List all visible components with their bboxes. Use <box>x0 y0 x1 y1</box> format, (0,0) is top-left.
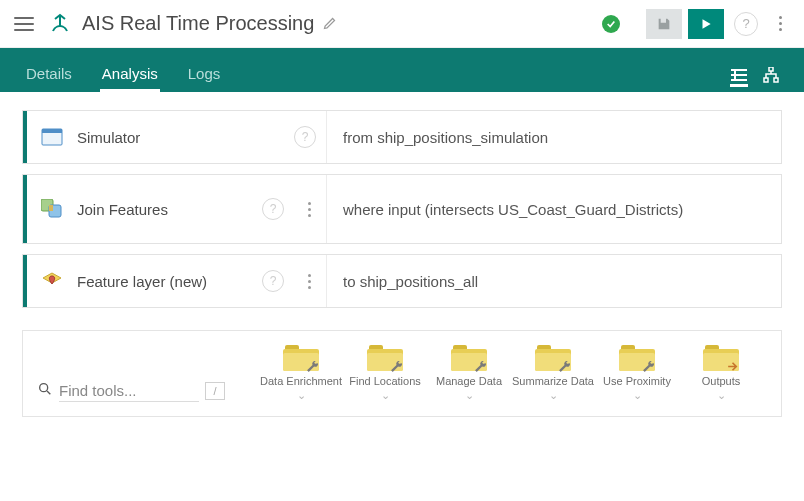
chevron-down-icon: ⌄ <box>297 389 306 402</box>
step-overflow-icon[interactable] <box>302 202 316 217</box>
wrench-icon <box>641 359 655 373</box>
shortcut-hint: / <box>205 382 225 400</box>
category-label: Summarize Data <box>512 375 594 388</box>
category-label: Find Locations <box>349 375 421 388</box>
svg-rect-1 <box>764 78 768 82</box>
svg-rect-2 <box>774 78 778 82</box>
step-left[interactable]: Join Features ? <box>27 175 327 243</box>
wrench-icon <box>557 359 571 373</box>
chevron-down-icon: ⌄ <box>633 389 642 402</box>
category-outputs[interactable]: Outputs ⌄ <box>679 345 763 402</box>
app-header: AIS Real Time Processing ? <box>0 0 804 48</box>
step-detail: from ship_positions_simulation <box>327 111 781 163</box>
step-left[interactable]: Simulator ? <box>27 111 327 163</box>
step-detail: to ship_positions_all <box>327 255 781 307</box>
app-logo-icon <box>48 12 72 36</box>
step-help-icon[interactable]: ? <box>262 198 284 220</box>
search-icon <box>37 381 53 401</box>
analysis-body: Simulator ? from ship_positions_simulati… <box>0 92 804 417</box>
wrench-icon <box>305 359 319 373</box>
hamburger-menu-icon[interactable] <box>14 17 34 31</box>
chevron-down-icon: ⌄ <box>717 389 726 402</box>
category-use-proximity[interactable]: Use Proximity ⌄ <box>595 345 679 402</box>
view-toggle <box>730 66 780 92</box>
join-features-icon <box>41 198 63 220</box>
svg-rect-7 <box>49 205 53 211</box>
tab-logs[interactable]: Logs <box>186 65 223 92</box>
category-manage-data[interactable]: Manage Data ⌄ <box>427 345 511 402</box>
simulator-icon <box>41 126 63 148</box>
header-help-icon[interactable]: ? <box>734 12 758 36</box>
step-left[interactable]: Feature layer (new) ? <box>27 255 327 307</box>
category-label: Data Enrichment <box>260 375 342 388</box>
tool-tray: / Data Enrichment ⌄ Find Locations ⌄ Man… <box>22 330 782 417</box>
category-label: Manage Data <box>436 375 502 388</box>
graph-view-icon[interactable] <box>762 66 780 84</box>
svg-point-8 <box>40 383 48 391</box>
list-view-icon[interactable] <box>730 69 748 87</box>
step-overflow-icon[interactable] <box>302 274 316 289</box>
wrench-icon <box>473 359 487 373</box>
find-tools-input[interactable] <box>59 380 199 402</box>
step-row: Feature layer (new) ? to ship_positions_… <box>22 254 782 308</box>
tab-details[interactable]: Details <box>24 65 74 92</box>
tab-analysis[interactable]: Analysis <box>100 65 160 92</box>
step-name: Join Features <box>77 201 248 218</box>
category-find-locations[interactable]: Find Locations ⌄ <box>343 345 427 402</box>
wrench-icon <box>389 359 403 373</box>
status-ok-icon <box>602 15 620 33</box>
header-overflow-icon[interactable] <box>770 16 790 31</box>
page-title: AIS Real Time Processing <box>82 12 314 35</box>
chevron-down-icon: ⌄ <box>381 389 390 402</box>
step-name: Simulator <box>77 129 280 146</box>
tab-bar: Details Analysis Logs <box>0 48 804 92</box>
chevron-down-icon: ⌄ <box>549 389 558 402</box>
category-label: Outputs <box>702 375 741 388</box>
find-tools: / <box>37 380 245 402</box>
tool-categories: Data Enrichment ⌄ Find Locations ⌄ Manag… <box>259 345 763 402</box>
category-data-enrichment[interactable]: Data Enrichment ⌄ <box>259 345 343 402</box>
run-button[interactable] <box>688 9 724 39</box>
step-help-icon[interactable]: ? <box>262 270 284 292</box>
step-row: Join Features ? where input (intersects … <box>22 174 782 244</box>
arrow-out-icon <box>725 359 739 373</box>
step-detail: where input (intersects US_Coast_Guard_D… <box>327 175 781 243</box>
category-label: Use Proximity <box>603 375 671 388</box>
step-row: Simulator ? from ship_positions_simulati… <box>22 110 782 164</box>
svg-rect-4 <box>42 129 62 133</box>
step-name: Feature layer (new) <box>77 273 248 290</box>
step-help-icon[interactable]: ? <box>294 126 316 148</box>
chevron-down-icon: ⌄ <box>465 389 474 402</box>
svg-rect-0 <box>769 67 773 71</box>
feature-layer-icon <box>41 270 63 292</box>
save-button[interactable] <box>646 9 682 39</box>
edit-title-icon[interactable] <box>322 16 337 31</box>
category-summarize-data[interactable]: Summarize Data ⌄ <box>511 345 595 402</box>
